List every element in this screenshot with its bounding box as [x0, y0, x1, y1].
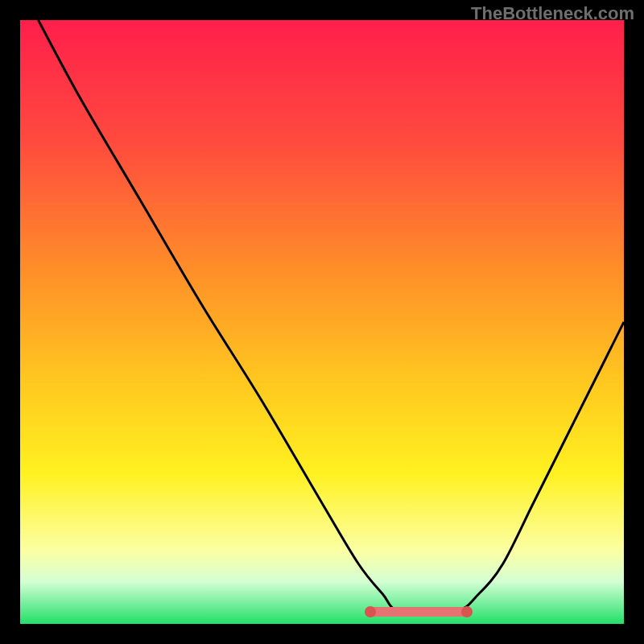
gradient-background	[20, 20, 624, 624]
chart-svg	[20, 20, 624, 624]
plot-area	[20, 20, 624, 624]
chart-frame: TheBottleneck.com	[0, 0, 644, 644]
watermark-text: TheBottleneck.com	[471, 3, 634, 24]
marker-dot	[365, 606, 376, 617]
marker-dot	[461, 606, 473, 617]
